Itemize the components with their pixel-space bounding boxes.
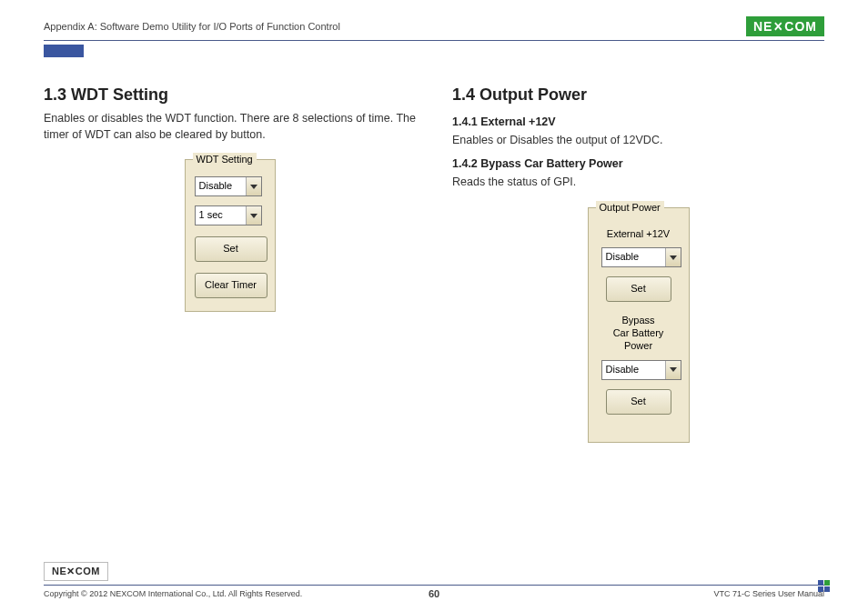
bypass-set-button[interactable]: Set [606, 389, 671, 415]
appendix-title: Appendix A: Software Demo Utility for I/… [44, 21, 340, 32]
bypass-value: Disable [602, 361, 665, 379]
external-12v-text: Enables or Disables the output of 12VDC. [452, 132, 824, 148]
dropdown-arrow-icon[interactable] [665, 248, 681, 266]
logo-text: NE✕COM [746, 16, 824, 36]
logo-top: NE✕COM [746, 16, 824, 36]
subsection-heading-external-12v: 1.4.1 External +12V [452, 114, 824, 130]
bypass-label-l2: Car Battery [613, 327, 664, 338]
output-power-group: Output Power External +12V Disable Set B… [588, 207, 690, 443]
wdt-time-combo[interactable]: 1 sec [195, 205, 262, 225]
dropdown-arrow-icon[interactable] [246, 177, 261, 195]
footer-corner-icon [818, 580, 830, 592]
wdt-enable-combo[interactable]: Disable [195, 176, 262, 196]
external-12v-combo[interactable]: Disable [601, 247, 681, 267]
section-heading-output-power: 1.4 Output Power [452, 83, 824, 106]
footer-copyright: Copyright © 2012 NEXCOM International Co… [44, 589, 434, 598]
output-power-legend: Output Power [596, 201, 664, 215]
wdt-time-value: 1 sec [196, 206, 246, 225]
header-blue-tab [44, 45, 84, 57]
footer-manual-name: VTC 71-C Series User Manual [434, 589, 824, 598]
bypass-label: Bypass Car Battery Power [598, 315, 680, 352]
external-12v-label: External +12V [598, 228, 680, 241]
dropdown-arrow-icon[interactable] [246, 206, 261, 225]
bypass-combo[interactable]: Disable [601, 360, 681, 380]
wdt-set-button[interactable]: Set [195, 236, 267, 262]
bypass-label-l3: Power [624, 340, 652, 351]
dropdown-arrow-icon[interactable] [665, 361, 681, 379]
section-heading-wdt: 1.3 WDT Setting [44, 83, 416, 106]
page-number: 60 [429, 588, 439, 599]
wdt-enable-value: Disable [196, 177, 246, 195]
bypass-text: Reads the status of GPI. [452, 174, 824, 190]
wdt-clear-timer-button[interactable]: Clear Timer [195, 273, 267, 298]
external-12v-value: Disable [602, 248, 665, 266]
wdt-legend: WDT Setting [193, 153, 257, 167]
footer-logo: NE✕COM [44, 562, 108, 581]
external-12v-set-button[interactable]: Set [606, 276, 671, 302]
wdt-paragraph: Enables or disables the WDT function. Th… [44, 110, 416, 143]
bypass-label-l1: Bypass [621, 315, 654, 326]
subsection-heading-bypass: 1.4.2 Bypass Car Battery Power [452, 155, 824, 172]
wdt-setting-group: WDT Setting Disable 1 sec Set Clear Time… [185, 159, 276, 312]
